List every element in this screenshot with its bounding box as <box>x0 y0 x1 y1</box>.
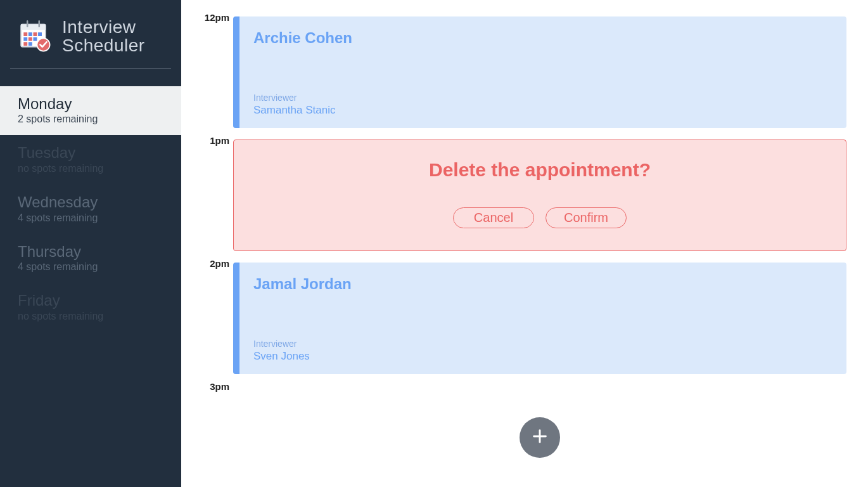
day-item-wednesday[interactable]: Wednesday 4 spots remaining <box>0 185 181 234</box>
calendar-check-icon <box>18 19 52 53</box>
day-spots: no spots remaining <box>18 163 163 174</box>
day-name: Friday <box>18 292 163 309</box>
student-name: Archie Cohen <box>253 29 833 47</box>
svg-rect-4 <box>23 32 27 36</box>
svg-rect-12 <box>29 42 32 46</box>
app-title-line2: Scheduler <box>62 36 145 55</box>
svg-rect-10 <box>33 37 37 41</box>
day-name: Tuesday <box>18 144 163 162</box>
slot-12pm: 12pm Archie Cohen Interviewer Samantha S… <box>203 16 846 140</box>
appointment-card[interactable]: Archie Cohen Interviewer Samantha Stanic <box>233 16 846 128</box>
day-name: Monday <box>18 95 163 113</box>
time-label: 12pm <box>203 13 233 22</box>
confirm-actions: Cancel Confirm <box>453 207 627 228</box>
day-name: Wednesday <box>18 193 163 211</box>
interviewer-label: Interviewer <box>253 93 833 103</box>
day-list: Monday 2 spots remaining Tuesday no spot… <box>0 86 181 332</box>
time-label: 3pm <box>203 382 233 391</box>
svg-rect-1 <box>21 25 46 30</box>
time-label: 1pm <box>203 136 233 145</box>
plus-icon <box>531 427 549 448</box>
interviewer-name: Samantha Stanic <box>253 104 833 117</box>
sidebar-divider <box>10 68 171 68</box>
time-label: 2pm <box>203 259 233 268</box>
slot-2pm: 2pm Jamal Jordan Interviewer Sven Jones <box>203 263 846 386</box>
interviewer-label: Interviewer <box>253 339 833 349</box>
app-title-line1: Interview <box>62 18 145 36</box>
day-item-monday[interactable]: Monday 2 spots remaining <box>0 86 181 136</box>
student-name: Jamal Jordan <box>253 275 833 293</box>
interviewer-name: Sven Jones <box>253 350 833 363</box>
svg-rect-9 <box>29 37 32 41</box>
cancel-button[interactable]: Cancel <box>453 207 534 228</box>
svg-rect-11 <box>23 42 27 46</box>
confirm-button[interactable]: Confirm <box>546 207 627 228</box>
day-spots: 4 spots remaining <box>18 212 163 224</box>
svg-rect-6 <box>33 32 37 36</box>
svg-rect-8 <box>23 37 27 41</box>
confirm-delete-card: Delete the appointment? Cancel Confirm <box>233 140 846 251</box>
app-title: Interview Scheduler <box>62 18 145 55</box>
svg-rect-5 <box>29 32 32 36</box>
schedule: 12pm Archie Cohen Interviewer Samantha S… <box>181 0 868 487</box>
day-name: Thursday <box>18 243 163 261</box>
day-spots: no spots remaining <box>18 311 163 322</box>
app-logo: Interview Scheduler <box>0 0 181 68</box>
day-item-thursday[interactable]: Thursday 4 spots remaining <box>0 234 181 283</box>
day-spots: 2 spots remaining <box>18 114 163 125</box>
appointment-card[interactable]: Jamal Jordan Interviewer Sven Jones <box>233 263 846 374</box>
confirm-message: Delete the appointment? <box>429 159 651 181</box>
day-spots: 4 spots remaining <box>18 261 163 273</box>
svg-rect-7 <box>38 32 42 36</box>
day-item-tuesday[interactable]: Tuesday no spots remaining <box>0 135 181 185</box>
slot-3pm: 3pm <box>203 386 846 487</box>
sidebar: Interview Scheduler Monday 2 spots remai… <box>0 0 181 487</box>
day-item-friday[interactable]: Friday no spots remaining <box>0 283 181 332</box>
slot-1pm: 1pm Delete the appointment? Cancel Confi… <box>203 140 846 263</box>
add-appointment-button[interactable] <box>520 417 560 458</box>
